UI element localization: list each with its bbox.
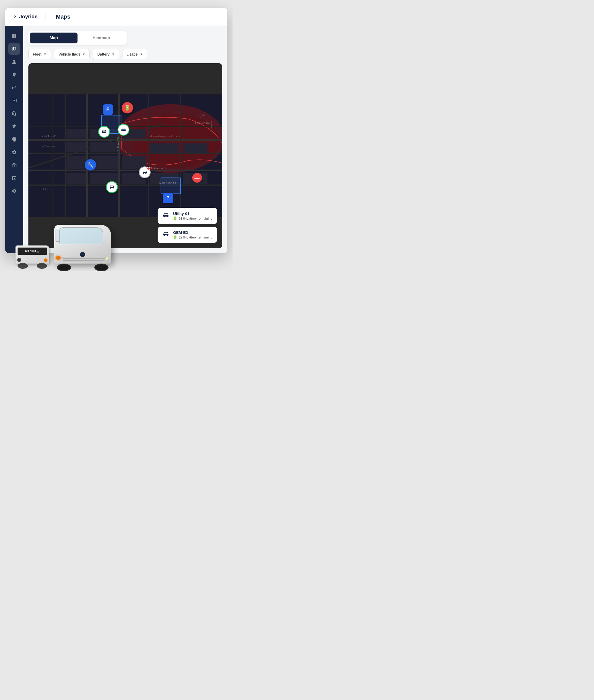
vehicle-card-icon: [162, 212, 169, 220]
vehicle-marker-1[interactable]: [98, 126, 110, 138]
maintenance-marker[interactable]: 🔧: [85, 159, 96, 171]
vehicle-marker-alert[interactable]: [139, 166, 151, 178]
sidebar-item-locations[interactable]: [8, 69, 20, 80]
page-title: Maps: [56, 13, 70, 20]
filter-fleet-label: Fleet: [33, 52, 41, 56]
parking-icon: P: [166, 195, 169, 201]
filter-bar: Fleet ▼ Vehicle flags ▼ Battery ▼ Usage …: [28, 49, 222, 59]
chevron-down-icon: ▼: [43, 53, 46, 56]
logo-icon: ⚬: [12, 13, 17, 20]
svg-rect-2: [12, 36, 14, 38]
info-card-utility-01[interactable]: Utility-01 🔋 68% battery remaining: [158, 208, 217, 224]
logo-text: Joyride: [19, 14, 37, 20]
sidebar-item-users[interactable]: [8, 56, 20, 68]
filter-battery-label: Battery: [97, 52, 109, 56]
vehicle-name-gem: GEM-E2: [173, 230, 212, 235]
filter-usage[interactable]: Usage ▼: [122, 49, 147, 59]
chevron-down-icon: ▼: [111, 53, 115, 56]
notification-dot: [147, 167, 151, 170]
sidebar-item-dashboard[interactable]: [8, 30, 20, 42]
map-markers: P 🔋: [28, 63, 222, 248]
filter-fleet[interactable]: Fleet ▼: [28, 49, 51, 59]
content-area: Map Heatmap Fleet ▼ Vehicle flags ▼ Batt…: [23, 26, 227, 253]
sidebar-item-settings[interactable]: [8, 146, 20, 158]
filter-vehicle-flags[interactable]: Vehicle flags ▼: [54, 49, 90, 59]
battery-text-utility: 68% battery remaining: [179, 216, 212, 221]
parking-icon: P: [106, 107, 109, 112]
vehicle-marker-2[interactable]: [118, 124, 129, 136]
sidebar-item-broadcast[interactable]: [8, 159, 20, 171]
tab-switcher: Map Heatmap: [28, 31, 127, 45]
map-container[interactable]: 21st Ave W 15th Ave W W Nickerson St W B…: [28, 63, 222, 248]
battery-icon: 🔋: [124, 105, 130, 111]
sidebar-item-vehicles[interactable]: [8, 82, 20, 94]
app-header: ⚬ Joyride Maps: [5, 8, 227, 26]
svg-rect-1: [14, 34, 16, 36]
parking-marker-2[interactable]: P: [163, 193, 173, 203]
vehicle-marker-3[interactable]: [106, 181, 118, 193]
stop-icon: —: [195, 175, 200, 181]
vehicle-icon: [101, 129, 107, 134]
app-container: ⚬ Joyride Maps: [5, 8, 227, 253]
chevron-down-icon: ▼: [82, 53, 85, 56]
sidebar-item-maps[interactable]: [8, 43, 20, 55]
info-card-content-utility: Utility-01 🔋 68% battery remaining: [173, 211, 212, 221]
battery-status-gem: 🔋 29% battery remaining: [173, 235, 212, 239]
vehicle-icon: [109, 185, 115, 190]
battery-alert-marker[interactable]: 🔋: [122, 102, 133, 113]
wrench-icon: 🔧: [87, 162, 94, 168]
battery-status-utility: 🔋 68% battery remaining: [173, 216, 212, 221]
chevron-down-icon: ▼: [140, 53, 143, 56]
sidebar: [5, 26, 23, 253]
tab-heatmap[interactable]: Heatmap: [77, 33, 125, 43]
vehicle-icon: [141, 170, 148, 175]
sidebar-item-org[interactable]: [8, 172, 20, 184]
sidebar-item-wallet[interactable]: [8, 95, 20, 106]
logo-area: ⚬ Joyride: [12, 13, 45, 20]
info-card-content-gem: GEM-E2 🔋 29% battery remaining: [173, 230, 212, 239]
sidebar-item-support[interactable]: [8, 107, 20, 120]
info-card-gem-e2[interactable]: GEM-E2 🔋 29% battery remaining: [158, 227, 217, 243]
parking-marker-1[interactable]: P: [103, 104, 113, 115]
filter-battery[interactable]: Battery ▼: [93, 49, 119, 59]
filter-usage-label: Usage: [127, 52, 138, 56]
restricted-marker[interactable]: —: [192, 173, 202, 183]
battery-text-gem: 29% battery remaining: [179, 235, 212, 239]
filter-vehicle-flags-label: Vehicle flags: [58, 52, 80, 56]
svg-rect-0: [12, 34, 14, 36]
info-cards: Utility-01 🔋 68% battery remaining: [158, 208, 217, 243]
vehicle-name-utility: Utility-01: [173, 211, 212, 216]
battery-icon-small-gem: 🔋: [173, 235, 177, 239]
vehicle-icon: [121, 127, 127, 132]
sidebar-item-settings2[interactable]: [8, 185, 20, 197]
svg-rect-3: [14, 36, 16, 38]
main-layout: Map Heatmap Fleet ▼ Vehicle flags ▼ Batt…: [5, 26, 227, 253]
sidebar-item-shield[interactable]: [8, 133, 20, 145]
tab-map[interactable]: Map: [30, 33, 77, 43]
battery-icon-small: 🔋: [173, 216, 177, 221]
vehicle-card-icon-gem: [162, 231, 169, 238]
sidebar-item-layers[interactable]: [8, 121, 20, 132]
